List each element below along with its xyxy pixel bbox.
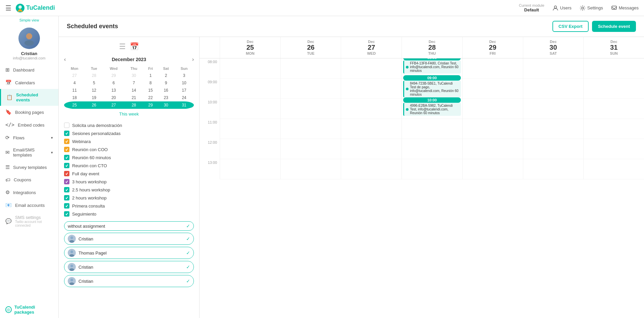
event-type-checkbox[interactable] xyxy=(64,187,69,192)
cal-day[interactable]: 22 xyxy=(144,94,158,101)
nav-item-embed-codes[interactable]: </> Embed codes xyxy=(0,119,58,131)
cal-day[interactable]: 29 xyxy=(144,101,158,109)
cal-day[interactable]: 18 xyxy=(64,94,85,101)
calendar-view-button[interactable]: 📅 xyxy=(130,42,139,51)
cal-day[interactable]: 23 xyxy=(158,94,174,101)
this-week-link[interactable]: This week xyxy=(64,111,194,117)
cal-day[interactable]: 5 xyxy=(85,79,103,87)
hamburger-icon[interactable]: ☰ xyxy=(5,4,11,12)
event-type-item[interactable]: Webinara xyxy=(64,137,194,145)
cal-day[interactable]: 12 xyxy=(85,87,103,94)
cal-day[interactable]: 21 xyxy=(124,94,144,101)
messages-button[interactable]: Messages xyxy=(611,5,639,11)
event-type-item[interactable]: Reunión 60 minutos xyxy=(64,153,194,162)
assignee-item[interactable]: Cristian✓ xyxy=(64,261,194,273)
event-type-checkbox[interactable] xyxy=(64,139,69,144)
nav-item-dashboard[interactable]: ⊞ Dashboard xyxy=(0,63,58,76)
cal-day[interactable]: 2 xyxy=(158,72,174,79)
cal-day[interactable]: 26 xyxy=(85,101,103,109)
cal-day[interactable]: 4 xyxy=(64,79,85,87)
cal-day[interactable]: 27 xyxy=(64,72,85,79)
nav-item-sms-settings[interactable]: 💬 SMS settings Twilio account not connec… xyxy=(0,212,58,231)
cal-day[interactable]: 19 xyxy=(85,94,103,101)
assignee-avatar xyxy=(68,249,76,257)
nav-item-email-sms-templates[interactable]: ✉ Email/SMS templates ▾ xyxy=(0,144,58,161)
cal-day[interactable]: 27 xyxy=(103,101,124,109)
next-month-button[interactable]: › xyxy=(192,56,194,62)
event-type-label: Reunión con CTO xyxy=(72,163,107,168)
simple-view-link[interactable]: Simple view xyxy=(0,16,58,24)
event-type-checkbox[interactable] xyxy=(64,123,69,128)
prev-month-button[interactable]: ‹ xyxy=(64,56,66,62)
day-col-tue xyxy=(280,58,341,179)
event-type-checkbox[interactable] xyxy=(64,155,69,160)
cal-day[interactable]: 14 xyxy=(124,87,144,94)
cal-day[interactable]: 28 xyxy=(85,72,103,79)
nav-item-flows[interactable]: ⟳ Flows ▾ xyxy=(0,131,58,144)
cal-day[interactable]: 17 xyxy=(174,87,194,94)
event-type-item[interactable]: 3 hours workshop xyxy=(64,178,194,186)
event-type-checkbox[interactable] xyxy=(64,163,69,168)
event-type-item[interactable]: Seguimiento xyxy=(64,210,194,218)
assignee-item[interactable]: Cristian✓ xyxy=(64,275,194,287)
event-type-checkbox[interactable] xyxy=(64,171,69,176)
cal-day[interactable]: 31 xyxy=(174,101,194,109)
dashboard-icon: ⊞ xyxy=(5,67,10,73)
event-type-item[interactable]: Full day event xyxy=(64,170,194,178)
cal-day[interactable]: 20 xyxy=(103,94,124,101)
event-type-checkbox[interactable] xyxy=(64,211,69,217)
cal-day[interactable]: 1 xyxy=(144,72,158,79)
nav-item-integrations[interactable]: ⚙ Integrations xyxy=(0,186,58,199)
users-button[interactable]: Users xyxy=(552,5,572,11)
cal-day[interactable]: 11 xyxy=(64,87,85,94)
cal-day[interactable]: 15 xyxy=(144,87,158,94)
event-type-checkbox[interactable] xyxy=(64,203,69,209)
event-type-item[interactable]: Sesiones personalizadas xyxy=(64,129,194,137)
event-block-2[interactable]: 8494-723B-5BE1, TuCalendi Test de pago, … xyxy=(403,81,461,97)
nav-item-booking-pages[interactable]: 🔖 Booking pages xyxy=(0,106,58,119)
nav-item-coupons[interactable]: 🏷 Coupons xyxy=(0,174,58,186)
cal-day[interactable]: 9 xyxy=(158,79,174,87)
cal-day[interactable]: 28 xyxy=(124,101,144,109)
csv-export-button[interactable]: CSV Export xyxy=(552,21,589,32)
cal-day[interactable]: 30 xyxy=(124,72,144,79)
event-block-1[interactable]: FFB4-13F8-FA80, Cristian Test, info@tuca… xyxy=(403,60,461,74)
event-block-3[interactable]: 4996-E2BA-5982, TuCalendi Test, info@tuc… xyxy=(403,103,461,116)
event-type-item[interactable]: Solicita una demostración xyxy=(64,121,194,129)
cal-day[interactable]: 6 xyxy=(103,79,124,87)
packages-icon: ◎ xyxy=(5,306,12,313)
event-type-item[interactable]: 2 hours workshop xyxy=(64,194,194,202)
event-type-item[interactable]: Reunión con CTO xyxy=(64,162,194,170)
week-day-dec29: Dec 29 FRI xyxy=(462,37,523,58)
event-type-checkbox[interactable] xyxy=(64,147,69,152)
schedule-event-button[interactable]: Schedule event xyxy=(592,21,636,32)
assignee-item[interactable]: Cristian✓ xyxy=(64,233,194,245)
cal-day[interactable]: 25 xyxy=(64,101,85,109)
cal-day[interactable]: 8 xyxy=(144,79,158,87)
settings-button[interactable]: Settings xyxy=(580,5,603,11)
cal-day[interactable]: 13 xyxy=(103,87,124,94)
event-type-item[interactable]: Primera consulta xyxy=(64,202,194,210)
event-type-checkbox[interactable] xyxy=(64,179,69,184)
cal-day[interactable]: 24 xyxy=(174,94,194,101)
packages-link[interactable]: ◎ TuCalendi packages xyxy=(0,301,58,318)
cal-day[interactable]: 16 xyxy=(158,87,174,94)
list-view-button[interactable]: ☰ xyxy=(119,42,126,51)
nav-item-survey-templates[interactable]: ☰ Survey templates xyxy=(0,161,58,174)
week-day-dec30: Dec 30 SAT xyxy=(523,37,584,58)
cal-day[interactable]: 30 xyxy=(158,101,174,109)
event-type-checkbox[interactable] xyxy=(64,195,69,200)
assignee-item[interactable]: Thomas Pagel✓ xyxy=(64,247,194,259)
event-type-checkbox[interactable] xyxy=(64,131,69,136)
cal-day[interactable]: 3 xyxy=(174,72,194,79)
assignee-item[interactable]: without assignment✓ xyxy=(64,221,194,231)
nav-item-scheduled-events[interactable]: 📋 Scheduled events xyxy=(0,89,58,106)
nav-item-calendars[interactable]: 📅 Calendars xyxy=(0,76,58,89)
cal-day[interactable]: 10 xyxy=(174,79,194,87)
event-type-item[interactable]: Reunión con COO xyxy=(64,145,194,153)
nav-item-email-accounts[interactable]: 📧 Email accounts xyxy=(0,199,58,212)
event-type-item[interactable]: 2.5 hours workshop xyxy=(64,186,194,194)
cal-day[interactable]: 7 xyxy=(124,79,144,87)
svg-point-8 xyxy=(70,236,73,239)
cal-day[interactable]: 29 xyxy=(103,72,124,79)
